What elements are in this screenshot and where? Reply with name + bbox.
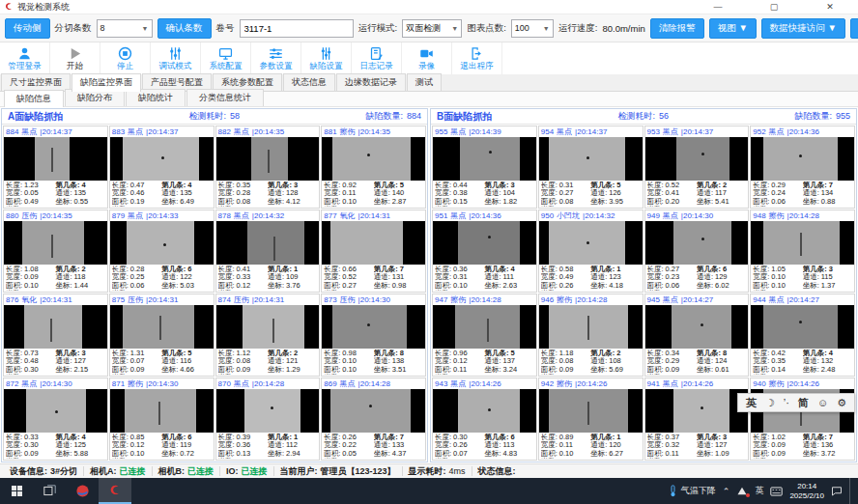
- tab-sub-3[interactable]: 分类信息统计: [186, 89, 264, 106]
- close-button[interactable]: ✕: [802, 0, 858, 14]
- confirm-count-button[interactable]: 确认条数: [157, 18, 212, 39]
- defect-card[interactable]: 876氧化|20:14:31长度:0.73宽度:0.48面积:0.30米数:0.…: [3, 294, 108, 377]
- defect-image[interactable]: [4, 389, 107, 433]
- drive-side-button[interactable]: 传动侧: [5, 18, 50, 39]
- defect-image[interactable]: [4, 305, 107, 349]
- ime-language-toggle[interactable]: 英: [746, 398, 757, 408]
- defect-image[interactable]: [539, 221, 643, 265]
- defect-image[interactable]: [751, 305, 854, 349]
- action-center-icon[interactable]: [831, 486, 843, 496]
- defect-image[interactable]: [4, 221, 107, 265]
- quick-access-menu-button[interactable]: 数据快捷访问 ▼: [761, 18, 845, 39]
- defect-card[interactable]: 873压伤|20:14:30长度:0.98宽度:0.10面积:0.10米数:0.…: [321, 294, 426, 377]
- ime-emoji-icon[interactable]: ☺: [817, 398, 828, 408]
- toolbar-button-monitor[interactable]: 系统配置: [201, 42, 251, 74]
- defect-image[interactable]: [645, 389, 749, 433]
- defect-card[interactable]: 877氧化|20:14:31长度:0.66宽度:0.52面积:0.27米数:0.…: [321, 210, 426, 293]
- defect-image[interactable]: [322, 305, 425, 349]
- defect-card[interactable]: 950小凹坑|20:14:32长度:0.58宽度:0.49面积:0.26米数:0…: [538, 210, 644, 293]
- defect-card[interactable]: 869黑点|20:14:28长度:0.26宽度:0.22面积:0.05米数:0.…: [321, 378, 426, 461]
- toolbar-button-camera[interactable]: 录像: [402, 42, 452, 74]
- defect-image[interactable]: [110, 305, 214, 349]
- defect-card[interactable]: 955黑点|20:14:39长度:0.44宽度:0.38面积:0.15米数:0.…: [432, 126, 537, 209]
- defect-card[interactable]: 954黑点|20:14:37长度:0.31宽度:0.27面积:0.08米数:0.…: [538, 126, 644, 209]
- defect-image[interactable]: [751, 221, 854, 265]
- defect-card[interactable]: 941黑点|20:14:26长度:0.37宽度:0.32面积:0.11米数:0.…: [644, 378, 750, 461]
- help-menu-button[interactable]: 帮助 ▼: [850, 18, 858, 39]
- defect-card[interactable]: 944黑点|20:14:27长度:0.42宽度:0.35面积:0.14米数:0.…: [750, 294, 855, 377]
- toolbar-button-params-sliders[interactable]: 参数设置: [251, 42, 301, 74]
- defect-card[interactable]: 882黑点|20:14:35长度:0.35宽度:0.28面积:0.08米数:0.…: [215, 126, 321, 209]
- defect-image[interactable]: [539, 305, 643, 349]
- ime-punctuation-toggle[interactable]: ’·: [784, 398, 789, 408]
- tab-main-6[interactable]: 测试: [407, 73, 442, 91]
- defect-card[interactable]: 943黑点|20:14:26长度:0.30宽度:0.26面积:0.07米数:0.…: [432, 378, 537, 461]
- defect-image[interactable]: [645, 221, 749, 265]
- run-mode-select[interactable]: 双面检测 ▼: [402, 19, 462, 38]
- tab-main-5[interactable]: 边缘数据记录: [336, 73, 406, 91]
- defect-card[interactable]: 949黑点|20:14:30长度:0.27宽度:0.23面积:0.06米数:0.…: [644, 210, 750, 293]
- defect-image[interactable]: [216, 221, 320, 265]
- network-tray-icon[interactable]: [736, 486, 748, 496]
- defect-card[interactable]: 946擦伤|20:14:28长度:1.18宽度:0.08面积:0.09米数:0.…: [538, 294, 644, 377]
- chart-points-select[interactable]: 100 ▼: [511, 19, 554, 38]
- defect-card[interactable]: 874压伤|20:14:31长度:1.12宽度:0.08面积:0.09米数:0.…: [215, 294, 321, 377]
- defect-image[interactable]: [322, 137, 425, 181]
- toolbar-button-play[interactable]: 开始: [50, 42, 100, 74]
- defect-image[interactable]: [433, 389, 536, 433]
- defect-card[interactable]: 881擦伤|20:14:35长度:0.92宽度:0.11面积:0.10米数:0.…: [321, 126, 426, 209]
- defect-card[interactable]: 878黑点|20:14:32长度:0.41宽度:0.33面积:0.12米数:0.…: [215, 210, 321, 293]
- defect-card[interactable]: 884黑点|20:14:37长度:1.23宽度:0.05面积:0.49米数:0.…: [3, 126, 108, 209]
- defect-card[interactable]: 871擦伤|20:14:30长度:0.85宽度:0.12面积:0.10米数:0.…: [109, 378, 214, 461]
- defect-card[interactable]: 870黑点|20:14:28长度:0.39宽度:0.36面积:0.13米数:0.…: [215, 378, 321, 461]
- defect-image[interactable]: [322, 221, 425, 265]
- tab-main-0[interactable]: 尺寸监控界面: [1, 73, 71, 91]
- defect-image[interactable]: [322, 389, 425, 433]
- show-desktop-button[interactable]: [849, 478, 854, 504]
- toolbar-button-defect-sliders[interactable]: 缺陷设置: [301, 42, 352, 74]
- defect-card[interactable]: 951黑点|20:14:36长度:0.36宽度:0.31面积:0.10米数:0.…: [432, 210, 537, 293]
- clear-alarm-button[interactable]: 清除报警: [650, 18, 704, 39]
- maximize-button[interactable]: ▢: [746, 0, 802, 14]
- defect-image[interactable]: [645, 137, 749, 181]
- start-button[interactable]: [0, 478, 33, 504]
- language-indicator[interactable]: 英: [755, 485, 763, 497]
- toolbar-button-debug-sliders[interactable]: 调试模式: [151, 42, 201, 74]
- defect-card[interactable]: 880压伤|20:14:35长度:1.08宽度:0.09面积:0.10米数:0.…: [3, 210, 108, 293]
- defect-card[interactable]: 948擦伤|20:14:28长度:1.05宽度:0.10面积:0.10米数:0.…: [750, 210, 855, 293]
- defect-card[interactable]: 953黑点|20:14:37长度:0.52宽度:0.41面积:0.20米数:0.…: [644, 126, 750, 209]
- task-view-button[interactable]: [33, 478, 66, 504]
- ime-script-toggle[interactable]: 简: [798, 398, 809, 408]
- defect-image[interactable]: [539, 389, 643, 433]
- ime-settings-gear-icon[interactable]: ⚙: [837, 398, 846, 408]
- defect-card[interactable]: 952黑点|20:14:36长度:0.29宽度:0.24面积:0.06米数:0.…: [750, 126, 855, 209]
- defect-image[interactable]: [433, 305, 536, 349]
- defect-card[interactable]: 883黑点|20:14:37长度:0.47宽度:0.46面积:0.19米数:0.…: [109, 126, 214, 209]
- taskbar-app-active[interactable]: [99, 478, 131, 504]
- defect-card[interactable]: 872黑点|20:14:30长度:0.33宽度:0.30面积:0.09米数:0.…: [3, 378, 108, 461]
- toolbar-button-user[interactable]: 管理登录: [0, 42, 50, 74]
- weather-widget[interactable]: 气温下降: [669, 485, 716, 497]
- defect-card[interactable]: 945黑点|20:14:27长度:0.34宽度:0.29面积:0.09米数:0.…: [644, 294, 750, 377]
- defect-image[interactable]: [110, 389, 214, 433]
- ime-night-mode-icon[interactable]: ☽: [765, 398, 775, 408]
- defect-image[interactable]: [751, 137, 854, 181]
- toolbar-button-log[interactable]: 日志记录: [352, 42, 402, 74]
- defect-card[interactable]: 942擦伤|20:14:26长度:0.89宽度:0.11面积:0.10米数:0.…: [538, 378, 644, 461]
- defect-card[interactable]: 947擦伤|20:14:28长度:0.96宽度:0.12面积:0.11米数:0.…: [432, 294, 537, 377]
- tray-expand-chevron[interactable]: ⌃: [723, 487, 730, 496]
- keyboard-tray-icon[interactable]: [770, 487, 783, 496]
- defect-image[interactable]: [645, 305, 749, 349]
- defect-image[interactable]: [216, 137, 320, 181]
- defect-image[interactable]: [4, 137, 107, 181]
- view-menu-button[interactable]: 视图 ▼: [709, 18, 757, 39]
- tab-sub-0[interactable]: 缺陷信息: [4, 90, 64, 107]
- toolbar-button-stop[interactable]: 停止: [100, 42, 151, 74]
- defect-card[interactable]: 940擦伤|20:14:26长度:1.02宽度:0.09面积:0.09米数:0.…: [750, 378, 855, 461]
- taskbar-clock[interactable]: 20:14 2025/2/10: [789, 482, 824, 501]
- defect-image[interactable]: [433, 137, 536, 181]
- defect-image[interactable]: [216, 305, 320, 349]
- tab-main-1[interactable]: 缺陷监控界面: [72, 73, 141, 92]
- minimize-button[interactable]: —: [690, 0, 746, 14]
- defect-image[interactable]: [433, 221, 536, 265]
